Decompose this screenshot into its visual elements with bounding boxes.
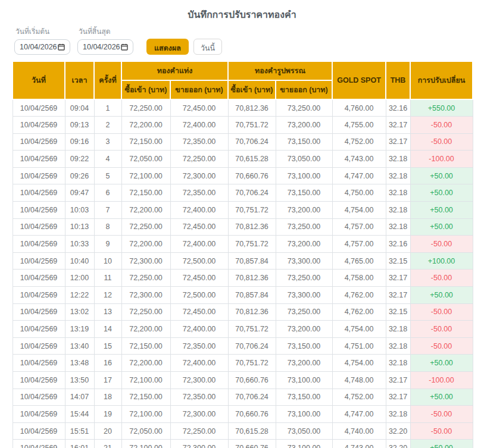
time-cell: 09:22 (65, 151, 94, 168)
calendar-icon[interactable] (121, 43, 128, 51)
change-cell: -50.00 (410, 422, 473, 440)
table-row: 10/04/256913:501772,100.0072,300.0070,66… (13, 372, 473, 389)
table-row: 10/04/256909:16372,150.0072,350.0070,706… (13, 133, 473, 151)
end-date-value: 10/04/2026 (83, 43, 120, 51)
gold-spot-cell: 4,747.00 (332, 406, 386, 423)
gold-spot-cell: 4,754.00 (332, 321, 386, 338)
time-cell: 12:22 (65, 287, 94, 304)
thb-cell: 32.16 (386, 99, 410, 117)
date-cell: 10/04/2569 (13, 270, 65, 287)
bar-sell-cell: 72,400.00 (170, 355, 228, 372)
change-cell: +50.00 (410, 389, 473, 406)
time-cell: 10:33 (65, 236, 94, 253)
end-date-input[interactable]: 10/04/2026 (77, 39, 133, 55)
ornament-sell-cell: 73,250.00 (276, 99, 332, 117)
gold-spot-cell: 4,751.00 (332, 337, 386, 355)
date-cell: 10/04/2569 (13, 184, 65, 202)
date-cell: 10/04/2569 (13, 389, 65, 406)
col-header-change: การปรับเปลี่ยน (410, 61, 473, 99)
calendar-icon[interactable] (58, 43, 65, 51)
gold-spot-cell: 4,757.00 (332, 218, 386, 236)
col-group-gold-bar: ทองคำแท่ง (121, 61, 228, 80)
ornament-sell-cell: 73,100.00 (276, 167, 332, 184)
price-table-body: 10/04/256909:04172,250.0072,450.0070,812… (13, 99, 473, 448)
change-cell: +50.00 (410, 184, 473, 202)
ornament-sell-cell: 73,300.00 (276, 287, 332, 304)
bar-sell-cell: 72,400.00 (170, 321, 228, 338)
change-cell: +50.00 (410, 287, 473, 304)
time-cell: 09:04 (65, 99, 94, 117)
table-row: 10/04/256910:13872,250.0072,450.0070,812… (13, 218, 473, 236)
ornament-buy-cell: 70,706.24 (228, 133, 276, 151)
table-row: 10/04/256915:441972,100.0072,300.0070,66… (13, 406, 473, 423)
ornament-sell-cell: 73,100.00 (276, 372, 332, 389)
date-cell: 10/04/2569 (13, 406, 65, 423)
time-cell: 13:40 (65, 337, 94, 355)
table-row: 10/04/256912:221272,300.0072,500.0070,85… (13, 287, 473, 304)
round-cell: 8 (94, 218, 121, 236)
gold-spot-cell: 4,755.00 (332, 117, 386, 134)
time-cell: 14:07 (65, 389, 94, 406)
round-cell: 13 (94, 303, 121, 321)
ornament-sell-cell: 73,200.00 (276, 117, 332, 134)
bar-sell-cell: 72,250.00 (170, 422, 228, 440)
start-date-input[interactable]: 10/04/2026 (14, 39, 70, 55)
change-cell: +50.00 (410, 440, 473, 448)
bar-buy-cell: 72,050.00 (121, 422, 170, 440)
date-cell: 10/04/2569 (13, 252, 65, 270)
ornament-buy-cell: 70,812.36 (228, 270, 276, 287)
thb-cell: 32.20 (386, 440, 410, 448)
ornament-buy-cell: 70,812.36 (228, 303, 276, 321)
gold-spot-cell: 4,757.00 (332, 236, 386, 253)
thb-cell: 32.18 (386, 218, 410, 236)
ornament-buy-cell: 70,751.72 (228, 236, 276, 253)
gold-spot-cell: 4,762.00 (332, 303, 386, 321)
gold-spot-cell: 4,754.00 (332, 202, 386, 219)
round-cell: 20 (94, 422, 121, 440)
end-date-group: วันที่สิ้นสุด 10/04/2026 (77, 26, 133, 55)
bar-sell-cell: 72,450.00 (170, 270, 228, 287)
table-header: วันที่ เวลา ครั้งที่ ทองคำแท่ง ทองคำรูปพ… (13, 61, 473, 99)
bar-sell-cell: 72,250.00 (170, 151, 228, 168)
bar-buy-cell: 72,250.00 (121, 303, 170, 321)
ornament-sell-cell: 73,200.00 (276, 236, 332, 253)
round-cell: 11 (94, 270, 121, 287)
ornament-buy-cell: 70,857.84 (228, 287, 276, 304)
bar-sell-cell: 72,400.00 (170, 202, 228, 219)
ornament-sell-cell: 73,050.00 (276, 422, 332, 440)
table-row: 10/04/256913:021372,250.0072,450.0070,81… (13, 303, 473, 321)
change-cell: +550.00 (410, 99, 473, 117)
bar-buy-cell: 72,150.00 (121, 389, 170, 406)
bar-buy-cell: 72,200.00 (121, 321, 170, 338)
bar-sell-cell: 72,300.00 (170, 440, 228, 448)
table-row: 10/04/256909:13272,200.0072,400.0070,751… (13, 117, 473, 134)
gold-spot-cell: 4,762.00 (332, 287, 386, 304)
round-cell: 6 (94, 184, 121, 202)
bar-buy-cell: 72,150.00 (121, 133, 170, 151)
time-cell: 09:47 (65, 184, 94, 202)
start-date-group: วันที่เริ่มต้น 10/04/2026 (14, 26, 70, 55)
thb-cell: 32.15 (386, 303, 410, 321)
ornament-buy-cell: 70,751.72 (228, 202, 276, 219)
date-cell: 10/04/2569 (13, 337, 65, 355)
bar-sell-cell: 72,450.00 (170, 303, 228, 321)
today-button[interactable]: วันนี้ (193, 39, 222, 55)
table-row: 10/04/256910:33972,200.0072,400.0070,751… (13, 236, 473, 253)
round-cell: 4 (94, 151, 121, 168)
round-cell: 2 (94, 117, 121, 134)
round-cell: 5 (94, 167, 121, 184)
gold-spot-cell: 4,750.00 (332, 184, 386, 202)
date-cell: 10/04/2569 (13, 372, 65, 389)
gold-spot-cell: 4,760.00 (332, 99, 386, 117)
bar-buy-cell: 72,100.00 (121, 406, 170, 423)
ornament-sell-cell: 73,300.00 (276, 252, 332, 270)
gold-spot-cell: 4,743.00 (332, 440, 386, 448)
ornament-buy-cell: 70,660.76 (228, 167, 276, 184)
bar-buy-cell: 72,200.00 (121, 236, 170, 253)
show-results-button[interactable]: แสดงผล (146, 39, 189, 55)
thb-cell: 32.17 (386, 287, 410, 304)
thb-cell: 32.18 (386, 406, 410, 423)
thb-cell: 32.17 (386, 372, 410, 389)
bar-buy-cell: 72,200.00 (121, 355, 170, 372)
ornament-sell-cell: 73,050.00 (276, 151, 332, 168)
